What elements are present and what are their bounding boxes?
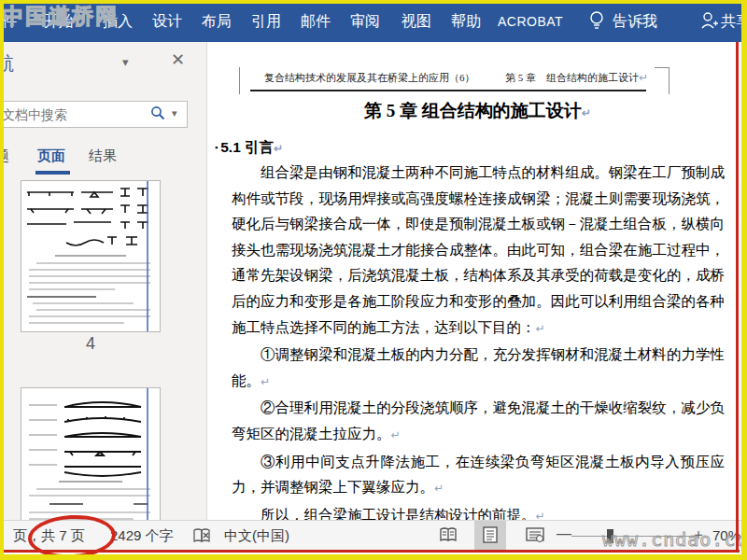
paragraph: ①调整钢梁和混凝土板的内力分配，充分发挥钢材和混凝土材料的力学性能。↵: [232, 342, 725, 395]
ribbon-tab-design[interactable]: 设计: [152, 12, 182, 32]
chevron-down-icon[interactable]: ▾: [122, 55, 129, 69]
heading-bullet-icon: ▪: [215, 143, 218, 152]
chapter-title: 第 5 章 组合结构的施工设计↵: [232, 99, 724, 123]
proofing-error-icon[interactable]: [191, 525, 212, 549]
page-thumbnail-art: [21, 388, 160, 520]
chevron-down-icon[interactable]: ▾: [172, 107, 177, 119]
page-header-left: 复合结构技术的发展及其在桥梁上的应用（6）: [264, 71, 475, 85]
language-indicator[interactable]: 中文(中国): [224, 527, 289, 545]
section-heading: ▪5.1 引言↵: [215, 138, 283, 158]
tell-me-box[interactable]: 告诉我: [613, 12, 657, 32]
ribbon-tab-review[interactable]: 审阅: [350, 12, 380, 32]
paragraph: 所以，组合梁施工设计是结构设计的前提。↵: [232, 502, 725, 520]
page-header-right: 第 5 章 组合结构的施工设计↵: [505, 71, 648, 85]
page-thumbnail-4[interactable]: [21, 180, 161, 332]
crop-mark-right: [669, 67, 669, 94]
ribbon-tab-layout[interactable]: 布局: [202, 12, 232, 32]
zoom-out-button[interactable]: —: [557, 525, 571, 542]
watermark-site-name: 中国道桥网: [2, 2, 119, 31]
paragraph: ②合理利用混凝土的分段浇筑顺序，避免混凝土的干燥收缩裂纹，减少负弯矩区的混凝土拉…: [232, 395, 725, 448]
read-mode-button[interactable]: [432, 521, 464, 551]
document-canvas[interactable]: 复合结构技术的发展及其在桥梁上的应用（6） 第 5 章 组合结构的施工设计↵ 第…: [208, 42, 747, 520]
print-layout-button[interactable]: [474, 521, 506, 551]
tab-pages[interactable]: 页面: [37, 147, 65, 165]
page-thumbnail-art: [21, 181, 160, 331]
web-layout-icon: [526, 526, 544, 546]
annotation-red-line-right: [736, 42, 739, 553]
page-thumbnail-4-number: 4: [21, 334, 161, 354]
active-tab-underline: [35, 171, 70, 175]
ribbon-tab-references[interactable]: 引用: [251, 12, 281, 32]
search-box: ▾: [0, 101, 188, 128]
magnifier-icon: [149, 110, 166, 124]
paragraph: 组合梁是由钢和混凝土两种不同施工特点的材料组成。钢梁在工厂预制成构件或节段，现场…: [232, 160, 725, 342]
close-icon[interactable]: ✕: [171, 49, 185, 70]
word-count[interactable]: 2429 个字: [110, 527, 174, 545]
frame-border-top: [0, 0, 747, 4]
frame-border-right: [741, 0, 747, 560]
search-input[interactable]: [0, 102, 141, 127]
ribbon-tab-view[interactable]: 视图: [402, 12, 431, 32]
crop-mark-right: [655, 67, 669, 68]
search-button[interactable]: [147, 105, 169, 124]
watermark-site-url: www.cndao.com: [602, 528, 747, 551]
lightbulb-icon: [588, 9, 605, 35]
navigation-pane: 导航 ▾ ✕ ▾ 标题 页面 结果: [0, 42, 207, 520]
frame-border-bottom: [0, 554, 747, 560]
crop-mark-left: [239, 67, 240, 94]
word-window: 文件 开始 插入 设计 布局 引用 邮件 审阅 视图 帮助 ACROBAT 告诉…: [0, 0, 747, 560]
page-thumbnail-5[interactable]: [21, 387, 161, 520]
navigation-tabs: 标题 页面 结果: [0, 140, 207, 175]
frame-border-left: [0, 0, 4, 560]
annotation-red-line-bottom: [0, 550, 740, 553]
read-mode-icon: [439, 526, 458, 546]
tab-results[interactable]: 结果: [89, 147, 117, 165]
print-layout-icon: [482, 525, 499, 547]
paragraph: ③利用中间支点升降法施工，在连续梁负弯矩区混凝土板内导入预压应力，并调整钢梁上下…: [232, 449, 725, 502]
ribbon-tab-mailings[interactable]: 邮件: [301, 12, 331, 32]
person-plus-icon: [700, 10, 719, 35]
document-body[interactable]: 组合梁是由钢和混凝土两种不同施工特点的材料组成。钢梁在工厂预制成构件或节段，现场…: [232, 160, 725, 520]
header-rule: [250, 90, 646, 91]
ribbon-tab-acrobat[interactable]: ACROBAT: [498, 14, 563, 29]
ribbon-tab-help[interactable]: 帮助: [451, 12, 481, 32]
web-layout-button[interactable]: [519, 521, 551, 551]
